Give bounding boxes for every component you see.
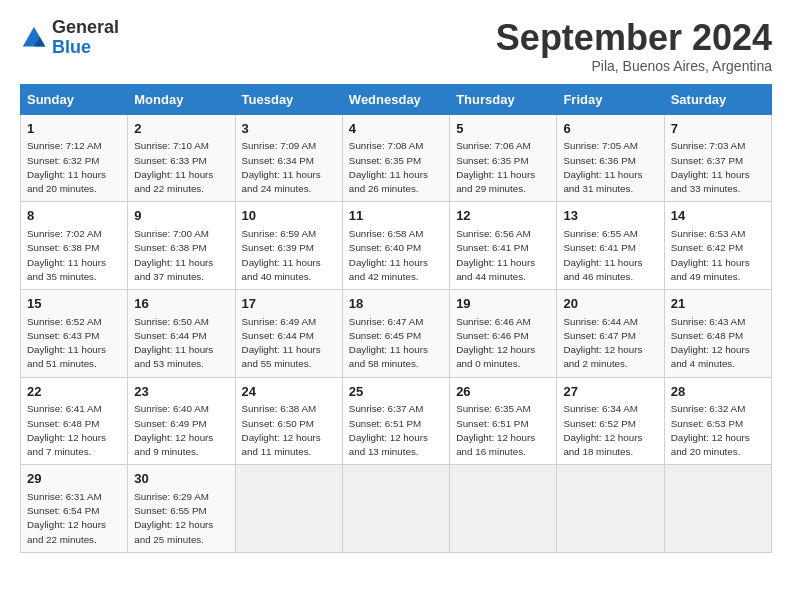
day-number: 11 <box>349 207 443 226</box>
header: General Blue September 2024 Pila, Buenos… <box>20 18 772 74</box>
day-info: Sunrise: 6:52 AM Sunset: 6:43 PM Dayligh… <box>27 315 121 372</box>
header-saturday: Saturday <box>664 84 771 114</box>
logo-text-general: General <box>52 18 119 38</box>
table-row: 30Sunrise: 6:29 AM Sunset: 6:55 PM Dayli… <box>128 465 235 553</box>
day-info: Sunrise: 7:00 AM Sunset: 6:38 PM Dayligh… <box>134 227 228 284</box>
day-number: 13 <box>563 207 657 226</box>
table-row: 28Sunrise: 6:32 AM Sunset: 6:53 PM Dayli… <box>664 377 771 465</box>
day-number: 3 <box>242 120 336 139</box>
day-number: 25 <box>349 383 443 402</box>
day-number: 7 <box>671 120 765 139</box>
day-number: 5 <box>456 120 550 139</box>
day-number: 14 <box>671 207 765 226</box>
page: General Blue September 2024 Pila, Buenos… <box>0 0 792 563</box>
table-row: 27Sunrise: 6:34 AM Sunset: 6:52 PM Dayli… <box>557 377 664 465</box>
table-row: 2Sunrise: 7:10 AM Sunset: 6:33 PM Daylig… <box>128 114 235 202</box>
logo-icon <box>20 24 48 52</box>
day-info: Sunrise: 6:43 AM Sunset: 6:48 PM Dayligh… <box>671 315 765 372</box>
table-row <box>235 465 342 553</box>
calendar-row: 22Sunrise: 6:41 AM Sunset: 6:48 PM Dayli… <box>21 377 772 465</box>
header-monday: Monday <box>128 84 235 114</box>
header-friday: Friday <box>557 84 664 114</box>
day-info: Sunrise: 6:34 AM Sunset: 6:52 PM Dayligh… <box>563 402 657 459</box>
table-row <box>342 465 449 553</box>
month-title: September 2024 <box>496 18 772 58</box>
header-thursday: Thursday <box>450 84 557 114</box>
day-number: 1 <box>27 120 121 139</box>
table-row: 6Sunrise: 7:05 AM Sunset: 6:36 PM Daylig… <box>557 114 664 202</box>
table-row: 4Sunrise: 7:08 AM Sunset: 6:35 PM Daylig… <box>342 114 449 202</box>
logo-text-blue: Blue <box>52 38 119 58</box>
calendar-row: 29Sunrise: 6:31 AM Sunset: 6:54 PM Dayli… <box>21 465 772 553</box>
table-row: 20Sunrise: 6:44 AM Sunset: 6:47 PM Dayli… <box>557 289 664 377</box>
table-row: 26Sunrise: 6:35 AM Sunset: 6:51 PM Dayli… <box>450 377 557 465</box>
table-row: 7Sunrise: 7:03 AM Sunset: 6:37 PM Daylig… <box>664 114 771 202</box>
day-number: 8 <box>27 207 121 226</box>
day-info: Sunrise: 6:31 AM Sunset: 6:54 PM Dayligh… <box>27 490 121 547</box>
day-info: Sunrise: 7:05 AM Sunset: 6:36 PM Dayligh… <box>563 139 657 196</box>
day-info: Sunrise: 7:03 AM Sunset: 6:37 PM Dayligh… <box>671 139 765 196</box>
table-row <box>450 465 557 553</box>
day-info: Sunrise: 6:59 AM Sunset: 6:39 PM Dayligh… <box>242 227 336 284</box>
day-info: Sunrise: 6:29 AM Sunset: 6:55 PM Dayligh… <box>134 490 228 547</box>
day-number: 4 <box>349 120 443 139</box>
day-number: 28 <box>671 383 765 402</box>
day-info: Sunrise: 6:55 AM Sunset: 6:41 PM Dayligh… <box>563 227 657 284</box>
day-number: 17 <box>242 295 336 314</box>
table-row: 25Sunrise: 6:37 AM Sunset: 6:51 PM Dayli… <box>342 377 449 465</box>
day-number: 23 <box>134 383 228 402</box>
day-number: 30 <box>134 470 228 489</box>
logo: General Blue <box>20 18 119 58</box>
day-info: Sunrise: 6:53 AM Sunset: 6:42 PM Dayligh… <box>671 227 765 284</box>
table-row: 12Sunrise: 6:56 AM Sunset: 6:41 PM Dayli… <box>450 202 557 290</box>
day-number: 26 <box>456 383 550 402</box>
calendar-table: Sunday Monday Tuesday Wednesday Thursday… <box>20 84 772 553</box>
day-number: 6 <box>563 120 657 139</box>
day-info: Sunrise: 6:50 AM Sunset: 6:44 PM Dayligh… <box>134 315 228 372</box>
table-row: 10Sunrise: 6:59 AM Sunset: 6:39 PM Dayli… <box>235 202 342 290</box>
table-row: 5Sunrise: 7:06 AM Sunset: 6:35 PM Daylig… <box>450 114 557 202</box>
table-row: 13Sunrise: 6:55 AM Sunset: 6:41 PM Dayli… <box>557 202 664 290</box>
table-row: 23Sunrise: 6:40 AM Sunset: 6:49 PM Dayli… <box>128 377 235 465</box>
day-number: 18 <box>349 295 443 314</box>
table-row: 24Sunrise: 6:38 AM Sunset: 6:50 PM Dayli… <box>235 377 342 465</box>
title-area: September 2024 Pila, Buenos Aires, Argen… <box>496 18 772 74</box>
day-info: Sunrise: 6:44 AM Sunset: 6:47 PM Dayligh… <box>563 315 657 372</box>
table-row: 16Sunrise: 6:50 AM Sunset: 6:44 PM Dayli… <box>128 289 235 377</box>
table-row: 11Sunrise: 6:58 AM Sunset: 6:40 PM Dayli… <box>342 202 449 290</box>
table-row: 8Sunrise: 7:02 AM Sunset: 6:38 PM Daylig… <box>21 202 128 290</box>
day-number: 12 <box>456 207 550 226</box>
day-number: 29 <box>27 470 121 489</box>
day-info: Sunrise: 6:35 AM Sunset: 6:51 PM Dayligh… <box>456 402 550 459</box>
calendar-row: 8Sunrise: 7:02 AM Sunset: 6:38 PM Daylig… <box>21 202 772 290</box>
header-sunday: Sunday <box>21 84 128 114</box>
day-info: Sunrise: 7:06 AM Sunset: 6:35 PM Dayligh… <box>456 139 550 196</box>
day-info: Sunrise: 6:56 AM Sunset: 6:41 PM Dayligh… <box>456 227 550 284</box>
day-info: Sunrise: 7:10 AM Sunset: 6:33 PM Dayligh… <box>134 139 228 196</box>
day-number: 9 <box>134 207 228 226</box>
day-number: 27 <box>563 383 657 402</box>
day-info: Sunrise: 6:38 AM Sunset: 6:50 PM Dayligh… <box>242 402 336 459</box>
day-number: 22 <box>27 383 121 402</box>
day-info: Sunrise: 6:37 AM Sunset: 6:51 PM Dayligh… <box>349 402 443 459</box>
day-info: Sunrise: 6:40 AM Sunset: 6:49 PM Dayligh… <box>134 402 228 459</box>
table-row: 9Sunrise: 7:00 AM Sunset: 6:38 PM Daylig… <box>128 202 235 290</box>
calendar-body: 1Sunrise: 7:12 AM Sunset: 6:32 PM Daylig… <box>21 114 772 552</box>
day-number: 19 <box>456 295 550 314</box>
day-info: Sunrise: 6:41 AM Sunset: 6:48 PM Dayligh… <box>27 402 121 459</box>
table-row <box>557 465 664 553</box>
table-row: 14Sunrise: 6:53 AM Sunset: 6:42 PM Dayli… <box>664 202 771 290</box>
day-info: Sunrise: 6:49 AM Sunset: 6:44 PM Dayligh… <box>242 315 336 372</box>
table-row: 21Sunrise: 6:43 AM Sunset: 6:48 PM Dayli… <box>664 289 771 377</box>
calendar-header: Sunday Monday Tuesday Wednesday Thursday… <box>21 84 772 114</box>
day-info: Sunrise: 7:02 AM Sunset: 6:38 PM Dayligh… <box>27 227 121 284</box>
table-row: 19Sunrise: 6:46 AM Sunset: 6:46 PM Dayli… <box>450 289 557 377</box>
table-row <box>664 465 771 553</box>
day-info: Sunrise: 6:47 AM Sunset: 6:45 PM Dayligh… <box>349 315 443 372</box>
day-number: 15 <box>27 295 121 314</box>
day-number: 24 <box>242 383 336 402</box>
table-row: 17Sunrise: 6:49 AM Sunset: 6:44 PM Dayli… <box>235 289 342 377</box>
table-row: 22Sunrise: 6:41 AM Sunset: 6:48 PM Dayli… <box>21 377 128 465</box>
header-tuesday: Tuesday <box>235 84 342 114</box>
table-row: 15Sunrise: 6:52 AM Sunset: 6:43 PM Dayli… <box>21 289 128 377</box>
